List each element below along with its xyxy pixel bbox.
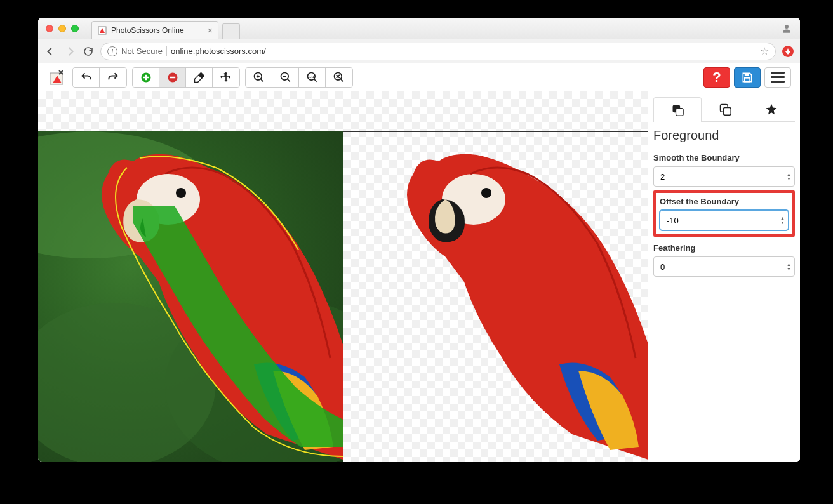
svg-rect-13: [745, 73, 749, 76]
panel-tab-foreground[interactable]: [653, 97, 702, 122]
add-foreground-button[interactable]: [133, 68, 159, 87]
undo-redo-group: [72, 67, 127, 88]
canvas-area: [38, 91, 648, 462]
addressbar-divider: [166, 46, 167, 56]
checker-bg-top-right: [343, 91, 648, 132]
undo-button[interactable]: [73, 68, 100, 87]
new-tab-button[interactable]: [222, 23, 240, 39]
forward-button[interactable]: [65, 46, 76, 57]
addressbar-row: i Not Secure online.photoscissors.com/ ☆: [38, 39, 800, 63]
extension-icon[interactable]: [782, 46, 794, 57]
right-buttons: ?: [703, 67, 791, 88]
hamburger-menu-button[interactable]: [764, 67, 791, 88]
source-canvas[interactable]: [38, 91, 343, 462]
app-toolbar: 1:1 ?: [38, 63, 800, 91]
mark-background-button[interactable]: [159, 68, 186, 87]
zoom-group: 1:1: [245, 67, 353, 88]
window-minimize-button[interactable]: [58, 25, 66, 32]
reload-button[interactable]: [83, 46, 94, 57]
browser-tab-active[interactable]: PhotoScissors Online ×: [91, 21, 218, 39]
feathering-label: Feathering: [653, 243, 795, 253]
url-text: online.photoscissors.com/: [171, 46, 266, 56]
svg-point-5: [60, 71, 62, 73]
not-secure-label: Not Secure: [121, 46, 163, 56]
panel-tab-favorites[interactable]: [748, 96, 795, 121]
offset-stepper[interactable]: ▲▼: [780, 216, 785, 225]
foreground-stroke: [133, 206, 343, 447]
offset-input-wrap: ▲▼: [660, 210, 789, 230]
browser-window: PhotoScissors Online × i Not Secure onli…: [38, 18, 800, 462]
svg-rect-14: [745, 77, 750, 81]
browser-tabs: PhotoScissors Online ×: [91, 18, 240, 39]
smooth-input-wrap: ▲▼: [653, 166, 795, 187]
save-button[interactable]: [734, 67, 761, 88]
traffic-lights: [38, 25, 79, 32]
site-info-icon[interactable]: i: [107, 46, 117, 56]
move-button[interactable]: [213, 68, 239, 87]
svg-rect-23: [676, 109, 683, 116]
help-button[interactable]: ?: [703, 67, 730, 88]
offset-input[interactable]: [660, 210, 789, 230]
tab-close-icon[interactable]: ×: [208, 25, 213, 36]
panel-tabs: [653, 96, 795, 122]
main-area: Foreground Smooth the Boundary ▲▼ Offset…: [38, 91, 800, 462]
titlebar: PhotoScissors Online ×: [38, 18, 800, 39]
zoom-in-button[interactable]: [246, 68, 272, 87]
redo-button[interactable]: [100, 68, 126, 87]
feathering-stepper[interactable]: ▲▼: [787, 262, 791, 271]
feathering-input-wrap: ▲▼: [653, 256, 795, 277]
tab-title: PhotoScissors Online: [111, 26, 184, 35]
svg-text:1:1: 1:1: [309, 74, 314, 78]
checker-bg-top: [38, 91, 343, 132]
tab-favicon: [97, 25, 107, 36]
properties-panel: Foreground Smooth the Boundary ▲▼ Offset…: [648, 91, 800, 462]
svg-point-21: [481, 188, 491, 198]
zoom-fit-button[interactable]: [326, 68, 352, 87]
zoom-out-button[interactable]: [272, 68, 299, 87]
svg-point-2: [785, 25, 789, 29]
result-parrot: [382, 142, 648, 460]
eraser-button[interactable]: [186, 68, 213, 87]
smooth-input[interactable]: [653, 166, 795, 187]
smooth-stepper[interactable]: ▲▼: [787, 172, 791, 181]
result-canvas[interactable]: [343, 91, 648, 462]
back-button[interactable]: [44, 46, 56, 57]
smooth-label: Smooth the Boundary: [653, 153, 795, 162]
bookmark-star-icon[interactable]: ☆: [760, 45, 769, 57]
svg-rect-25: [723, 107, 731, 115]
offset-label: Offset the Boundary: [660, 197, 789, 206]
addressbar[interactable]: i Not Secure online.photoscissors.com/ ☆: [100, 43, 776, 60]
offset-highlight: Offset the Boundary ▲▼: [653, 190, 795, 237]
window-close-button[interactable]: [46, 25, 53, 32]
panel-tab-background[interactable]: [702, 96, 749, 121]
profile-icon[interactable]: [781, 23, 792, 34]
panel-title: Foreground: [653, 128, 795, 143]
nav-arrows: [44, 46, 76, 57]
feathering-input[interactable]: [653, 256, 795, 277]
svg-point-19: [176, 188, 186, 198]
window-zoom-button[interactable]: [71, 25, 79, 32]
tool-group: [132, 67, 240, 88]
app-logo-icon: [47, 67, 67, 88]
zoom-actual-button[interactable]: 1:1: [299, 68, 326, 87]
